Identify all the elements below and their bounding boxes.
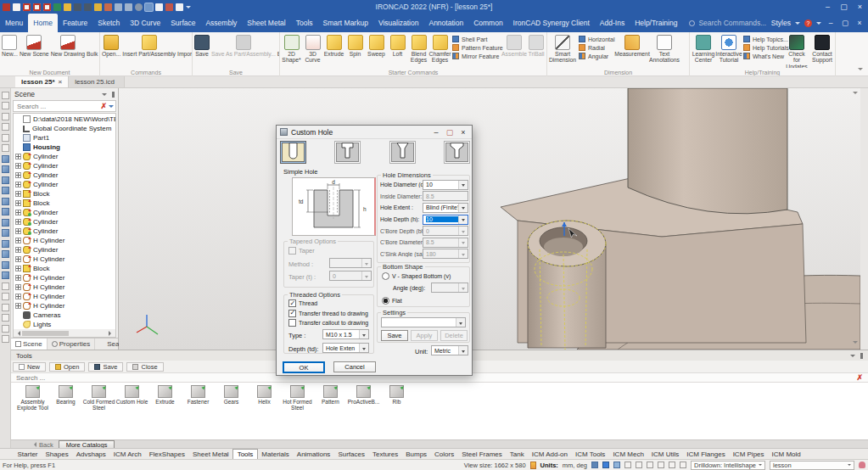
select-arrow-icon[interactable] xyxy=(680,462,686,468)
doc-close-button[interactable]: × xyxy=(854,19,865,27)
catalog-item[interactable]: Pattern xyxy=(314,385,347,405)
catalog-tab[interactable]: Textures xyxy=(368,449,401,459)
table-icon[interactable] xyxy=(176,3,183,11)
expand-icon[interactable] xyxy=(15,228,21,234)
expand-icon[interactable] xyxy=(15,210,21,215)
ribbon-button[interactable]: Contact Support xyxy=(809,34,835,68)
tool-strip-icon[interactable] xyxy=(2,229,9,237)
pan-icon[interactable] xyxy=(669,462,675,468)
maximize-button[interactable]: ▢ xyxy=(836,0,852,14)
scene-search-input[interactable] xyxy=(15,102,98,111)
menu-tab[interactable]: Annotation xyxy=(423,14,468,32)
ribbon-button[interactable]: 2D Shape* xyxy=(281,34,302,64)
ribbon-small-button[interactable]: Help Tutorials xyxy=(743,44,782,51)
field-combo[interactable]: 8.5 xyxy=(423,238,468,248)
ribbon-button[interactable]: Extrude xyxy=(323,34,344,64)
catalog-item[interactable]: Bearing xyxy=(49,385,82,405)
styles-button[interactable]: Styles xyxy=(771,19,791,27)
ribbon-button[interactable]: New Scene xyxy=(19,34,50,57)
hole-type-counterbore[interactable] xyxy=(334,141,361,164)
menu-tab[interactable]: Assembly xyxy=(200,14,242,32)
catalog-item[interactable]: Helix xyxy=(248,385,281,405)
tool-strip-icon[interactable] xyxy=(2,123,9,131)
field-combo[interactable]: 180 xyxy=(423,249,468,259)
scene-tree-item[interactable]: Cylinder xyxy=(14,171,115,180)
scene-tree-item[interactable]: H Cylinder xyxy=(14,236,115,245)
tool-strip-icon[interactable] xyxy=(2,314,9,322)
threaded-check-row[interactable]: Thread xyxy=(288,299,368,308)
tool-strip-icon[interactable] xyxy=(2,325,9,333)
tool-strip-icon[interactable] xyxy=(2,335,9,343)
render-icon[interactable] xyxy=(104,3,112,11)
catalog-tab[interactable]: Sheet Metal xyxy=(188,449,232,459)
render-mode-icon[interactable] xyxy=(624,462,631,468)
ribbon-small-button[interactable]: Help Topics... xyxy=(743,36,782,42)
ribbon-button[interactable]: Save As Part/Assembly... xyxy=(210,34,277,57)
hole-type-countersink[interactable] xyxy=(389,141,416,164)
scroll-left-icon[interactable] xyxy=(15,331,20,336)
menu-tab[interactable]: Add-Ins xyxy=(595,14,630,32)
checkbox[interactable] xyxy=(288,319,296,327)
styles-dropdown-icon[interactable] xyxy=(795,22,800,27)
expand-icon[interactable] xyxy=(15,219,21,225)
tool-strip-icon[interactable] xyxy=(2,208,9,215)
viewport-3d-model[interactable] xyxy=(119,88,860,350)
document-tab[interactable]: lesson 25.icd xyxy=(69,76,125,87)
document-tab[interactable]: lesson 25* × xyxy=(15,76,69,87)
catalog-item[interactable]: Fastener xyxy=(182,385,215,405)
scene-tree-item[interactable]: H Cylinder xyxy=(14,301,115,311)
export-icon[interactable] xyxy=(53,3,61,11)
expand-icon[interactable] xyxy=(15,294,21,299)
highlight-icon[interactable] xyxy=(145,3,153,11)
ribbon-button[interactable]: New Drawing xyxy=(50,34,86,57)
filter-icon[interactable] xyxy=(109,105,114,110)
tool-strip-icon[interactable] xyxy=(2,240,9,248)
scene-tree-item[interactable]: Block xyxy=(14,199,115,208)
tool-strip-icon[interactable] xyxy=(2,271,9,279)
ribbon-button[interactable]: Interactive Tutorial xyxy=(716,34,742,64)
expand-icon[interactable] xyxy=(15,200,21,206)
panel-menu-icon[interactable] xyxy=(850,355,855,360)
ok-button[interactable]: OK xyxy=(283,361,325,373)
tool-strip-icon[interactable] xyxy=(2,261,9,269)
ribbon-button[interactable]: Spin xyxy=(344,34,366,64)
image-icon[interactable] xyxy=(165,3,173,11)
threaded-check-row[interactable]: Transfer callout to drawing xyxy=(288,318,368,327)
catalog-tab[interactable]: ICM Pipes xyxy=(729,449,768,459)
panel-tab[interactable]: Scene xyxy=(11,339,48,350)
threaded-check-row[interactable]: Transfer thread to drawing xyxy=(288,309,368,318)
tool-strip-icon[interactable] xyxy=(2,92,9,99)
perspective-icon[interactable] xyxy=(647,462,653,468)
scene-tree-item[interactable]: Global Coordinate System xyxy=(14,124,115,133)
menu-tab[interactable]: 3D Curve xyxy=(125,14,165,32)
catalog-toolbar-button[interactable]: Close xyxy=(126,362,163,372)
ribbon-small-button[interactable]: Horizontal xyxy=(579,36,614,42)
viewport-collapse-bottom-icon[interactable] xyxy=(853,341,858,346)
unit-select[interactable]: Metric xyxy=(431,345,468,355)
save-icon[interactable] xyxy=(74,3,81,11)
open-icon[interactable] xyxy=(64,3,71,11)
menu-tab[interactable]: Smart Markup xyxy=(318,14,373,32)
camera-icon[interactable] xyxy=(613,462,620,468)
list-icon[interactable] xyxy=(155,3,163,11)
clear-search-icon[interactable]: ✗ xyxy=(856,373,863,382)
ribbon-button[interactable]: Blend Edges xyxy=(408,34,429,64)
ribbon-small-button[interactable]: Radial xyxy=(579,44,614,51)
selection-filter-select[interactable]: lesson xyxy=(770,461,854,470)
expand-icon[interactable] xyxy=(15,266,21,271)
ribbon-button[interactable]: Learning Center xyxy=(691,34,716,64)
tool-strip-icon[interactable] xyxy=(2,283,9,290)
menu-tab[interactable]: Home xyxy=(28,14,58,32)
menu-tab[interactable]: IronCAD Synergy Client xyxy=(508,14,595,32)
ribbon-button[interactable]: Insert Part/Assembly xyxy=(121,34,176,57)
catalog-toolbar-button[interactable]: Open xyxy=(49,362,85,372)
v-bottom-radio-row[interactable]: V - Shaped Bottom (v) xyxy=(382,272,451,280)
ribbon-small-button[interactable]: Pattern Feature xyxy=(452,44,501,51)
scene-tree-item[interactable]: Cylinder xyxy=(14,161,115,171)
tool-strip-icon[interactable] xyxy=(2,102,9,109)
tool-strip-icon[interactable] xyxy=(2,144,9,152)
pin-icon[interactable] xyxy=(860,353,863,359)
catalog-tab[interactable]: ICM Flanges xyxy=(683,449,729,459)
scene-tree-item[interactable]: H Cylinder xyxy=(14,273,115,283)
catalog-item[interactable]: Cold Formed Steel xyxy=(82,385,115,411)
